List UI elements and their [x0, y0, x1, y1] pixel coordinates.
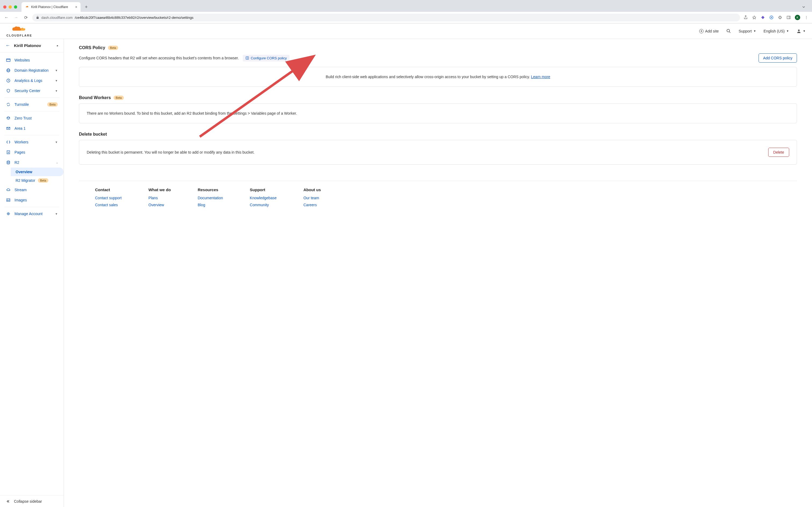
language-dropdown[interactable]: English (US) ▼: [764, 29, 789, 33]
profile-avatar[interactable]: K: [795, 15, 800, 20]
sidebar-item-stream[interactable]: Stream: [0, 185, 64, 195]
delete-button[interactable]: Delete: [768, 148, 789, 157]
sidebar-item-analytics[interactable]: Analytics & Logs ▼: [0, 75, 64, 86]
section-title: Delete bucket: [79, 132, 107, 137]
section-header: Bound Workers Beta: [79, 95, 797, 100]
footer-link[interactable]: Overview: [149, 203, 171, 207]
add-site-button[interactable]: + Add site: [699, 29, 719, 33]
cors-content-box: Build rich client-side web applications …: [79, 67, 797, 87]
sidebar-item-domain-registration[interactable]: Domain Registration ▼: [0, 65, 64, 75]
footer-link[interactable]: Knowledgebase: [250, 196, 277, 200]
user-icon: [797, 29, 801, 34]
tab-close-button[interactable]: ×: [75, 5, 77, 9]
account-dropdown[interactable]: ▼: [797, 29, 806, 34]
minimize-window-button[interactable]: [9, 5, 12, 9]
sidebar-item-security[interactable]: Security Center ▼: [0, 86, 64, 96]
collapse-sidebar-button[interactable]: Collapse sidebar: [0, 495, 64, 507]
reload-button[interactable]: ⟳: [22, 15, 29, 20]
sidebar-nav: Websites Domain Registration ▼ Analytics…: [0, 52, 64, 495]
footer-column-whatwedo: What we do Plans Overview: [149, 187, 171, 207]
sidebar-item-r2[interactable]: R2 ▴: [0, 157, 64, 168]
browser-tab[interactable]: Kirill Platonov | Cloudflare ×: [21, 2, 80, 12]
delete-bucket-text: Deleting this bucket is permanent. You w…: [87, 150, 254, 154]
new-tab-button[interactable]: +: [83, 3, 90, 11]
chevron-down-icon: ▼: [803, 30, 806, 33]
share-icon[interactable]: [743, 15, 748, 20]
bound-workers-section: Bound Workers Beta There are no Workers …: [79, 95, 797, 123]
footer-column-about: About us Our team Careers: [303, 187, 321, 207]
chevron-down-icon: ▼: [55, 90, 58, 92]
extensions-icon[interactable]: [777, 15, 782, 20]
footer-link[interactable]: Contact support: [95, 196, 122, 200]
chevron-down-icon: ▼: [55, 141, 58, 144]
side-panel-icon[interactable]: [786, 15, 791, 20]
learn-more-link[interactable]: Learn more: [531, 75, 550, 79]
extension-icon-2[interactable]: [769, 15, 774, 20]
extension-icon-1[interactable]: [760, 15, 765, 20]
sidebar-item-turnstile[interactable]: Turnstile Beta: [0, 99, 64, 110]
close-window-button[interactable]: [3, 5, 6, 9]
section-desc-row: Configure CORS headers that R2 will set …: [79, 53, 797, 63]
nav-divider: [4, 98, 59, 98]
page-footer: Contact Contact support Contact sales Wh…: [79, 181, 797, 214]
url-input[interactable]: dash.cloudflare.com/ce46cdc20f7caaea46b4…: [32, 14, 740, 21]
workers-icon: [6, 139, 11, 145]
forward-button[interactable]: →: [13, 15, 19, 20]
footer-link[interactable]: Blog: [197, 203, 223, 207]
tabs-dropdown-button[interactable]: [802, 5, 806, 9]
section-title: CORS Policy: [79, 45, 105, 50]
configure-cors-label: Configure CORS policy: [251, 56, 287, 60]
sidebar-item-label: Area 1: [14, 126, 58, 130]
collapse-icon: [6, 499, 10, 504]
footer-link[interactable]: Our team: [303, 196, 321, 200]
cloudflare-logo[interactable]: CLOUDFLARE: [6, 25, 33, 37]
footer-heading: What we do: [149, 187, 171, 192]
sidebar-item-zero-trust[interactable]: Zero Trust: [0, 113, 64, 123]
sidebar-item-manage-account[interactable]: Manage Account ▼: [0, 209, 64, 219]
sidebar-header: ← Kirill Platonov ▸: [0, 39, 64, 52]
configure-cors-link[interactable]: Configure CORS policy: [243, 55, 289, 61]
back-button[interactable]: ←: [3, 15, 10, 20]
footer-heading: About us: [303, 187, 321, 192]
footer-link[interactable]: Contact sales: [95, 203, 122, 207]
search-icon[interactable]: [727, 29, 731, 34]
sidebar-item-workers[interactable]: Workers ▼: [0, 137, 64, 147]
add-cors-policy-button[interactable]: Add CORS policy: [759, 53, 797, 63]
back-arrow-icon[interactable]: ←: [5, 43, 10, 48]
beta-badge: Beta: [47, 102, 58, 107]
menu-icon[interactable]: ⋮: [804, 15, 809, 20]
collapse-sidebar-label: Collapse sidebar: [14, 499, 42, 504]
footer-link[interactable]: Careers: [303, 203, 321, 207]
sidebar-item-pages[interactable]: Pages: [0, 147, 64, 157]
sidebar-sub-r2-migrator[interactable]: R2 Migrator Beta: [11, 176, 64, 185]
svg-line-6: [729, 32, 731, 33]
maximize-window-button[interactable]: [14, 5, 17, 9]
sidebar-item-websites[interactable]: Websites: [0, 55, 64, 65]
sidebar-item-label: Manage Account: [14, 212, 51, 216]
expand-icon[interactable]: ▸: [57, 44, 58, 47]
sidebar-item-label: Turnstile: [14, 102, 44, 107]
chevron-down-icon: ▼: [55, 69, 58, 72]
sidebar-sub-r2: Overview R2 Migrator Beta: [0, 168, 64, 185]
mail-icon: [6, 126, 11, 131]
sidebar-item-label: Workers: [14, 140, 51, 144]
sidebar-item-label: Websites: [14, 58, 58, 62]
sidebar-item-area1[interactable]: Area 1: [0, 123, 64, 133]
delete-bucket-section: Delete bucket Deleting this bucket is pe…: [79, 132, 797, 165]
refresh-icon: [6, 102, 11, 107]
bound-workers-text: There are no Workers bound. To bind to t…: [87, 111, 297, 115]
sidebar-item-images[interactable]: Images: [0, 195, 64, 205]
sidebar-sub-overview[interactable]: Overview: [11, 168, 64, 176]
browser-icon: [6, 58, 11, 63]
footer-heading: Support: [250, 187, 277, 192]
sidebar-item-label: Analytics & Logs: [14, 78, 51, 83]
bookmark-icon[interactable]: [752, 15, 757, 20]
footer-link[interactable]: Community: [250, 203, 277, 207]
footer-link[interactable]: Plans: [149, 196, 171, 200]
beta-badge: Beta: [38, 178, 48, 183]
account-name: Kirill Platonov: [14, 43, 53, 48]
footer-column-contact: Contact Contact support Contact sales: [95, 187, 122, 207]
support-dropdown[interactable]: Support ▼: [739, 29, 756, 33]
footer-link[interactable]: Documentation: [197, 196, 223, 200]
url-host: dash.cloudflare.com: [41, 15, 72, 19]
